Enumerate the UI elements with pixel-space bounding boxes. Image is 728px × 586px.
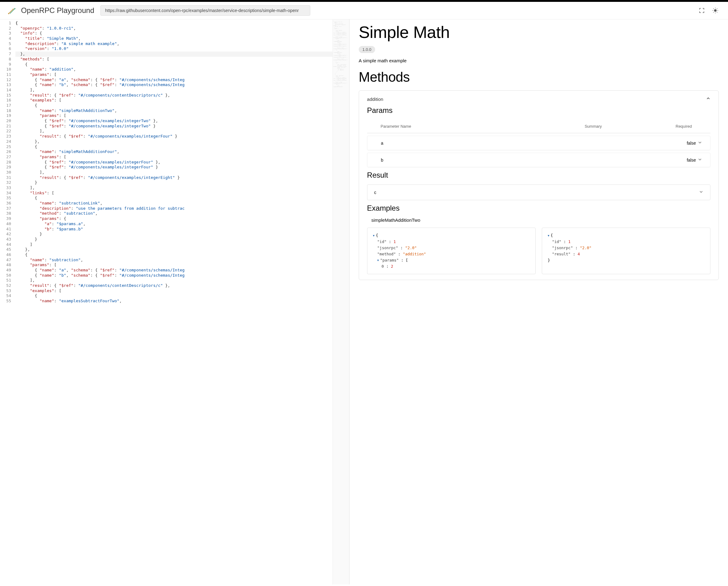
method-card: addition Params Parameter Name Summary R… bbox=[359, 90, 719, 280]
example-request-json: ▼{ "id" : 1 "jsonrpc" : "2.0" "method" :… bbox=[367, 228, 536, 274]
param-name: b bbox=[381, 158, 525, 163]
theme-toggle-icon[interactable] bbox=[712, 7, 719, 14]
example-name: simpleMathAdditionTwo bbox=[371, 217, 710, 223]
result-name: c bbox=[374, 190, 376, 195]
example-response-json: ▼{ "id" : 1 "jsonrpc" : "2.0" "result" :… bbox=[542, 228, 710, 274]
svg-point-2 bbox=[714, 9, 717, 12]
version-chip: 1.0.0 bbox=[359, 46, 375, 53]
logo-icon bbox=[6, 5, 17, 16]
svg-line-10 bbox=[713, 12, 714, 12]
logo-area: OpenRPC Playground bbox=[6, 5, 94, 16]
col-summary: Summary bbox=[522, 124, 664, 129]
svg-line-7 bbox=[713, 9, 714, 9]
header: OpenRPC Playground bbox=[0, 2, 728, 20]
methods-heading: Methods bbox=[359, 70, 719, 85]
fullscreen-icon[interactable] bbox=[698, 7, 705, 14]
method-name: addition bbox=[367, 97, 383, 102]
line-numbers: 1234567891011121314151617181920212223242… bbox=[0, 20, 16, 584]
col-name: Parameter Name bbox=[381, 124, 522, 129]
code-editor[interactable]: 1234567891011121314151617181920212223242… bbox=[0, 20, 350, 584]
result-heading: Result bbox=[367, 171, 710, 180]
examples-heading: Examples bbox=[367, 204, 710, 213]
params-header-row: Parameter Name Summary Required bbox=[367, 120, 710, 133]
minimap[interactable]: { "openrpc": "1.0.0-rc1", "info": { "tit… bbox=[332, 20, 349, 584]
params-heading: Params bbox=[367, 106, 710, 115]
svg-point-0 bbox=[8, 13, 9, 14]
result-box[interactable]: c bbox=[367, 184, 710, 200]
chevron-down-icon bbox=[696, 157, 704, 163]
svg-point-1 bbox=[14, 8, 16, 9]
svg-line-8 bbox=[717, 12, 718, 12]
chevron-down-icon bbox=[696, 140, 704, 145]
chevron-down-icon bbox=[699, 190, 703, 195]
documentation-pane: Simple Math 1.0.0 A simple math example … bbox=[350, 20, 728, 584]
param-required: false bbox=[668, 158, 696, 163]
schema-url-input[interactable] bbox=[100, 5, 310, 16]
col-required: Required bbox=[664, 124, 701, 129]
svg-line-9 bbox=[717, 9, 718, 9]
main-split: 1234567891011121314151617181920212223242… bbox=[0, 20, 728, 584]
doc-title: Simple Math bbox=[359, 23, 719, 42]
param-required: false bbox=[668, 141, 696, 145]
example-json-grid: ▼{ "id" : 1 "jsonrpc" : "2.0" "method" :… bbox=[367, 228, 710, 274]
param-row[interactable]: b false bbox=[367, 153, 710, 167]
brand-title: OpenRPC Playground bbox=[21, 6, 94, 15]
method-header[interactable]: addition bbox=[367, 96, 710, 102]
doc-description: A simple math example bbox=[359, 58, 719, 63]
param-row[interactable]: a false bbox=[367, 136, 710, 150]
params-table: Parameter Name Summary Required a false … bbox=[367, 120, 710, 167]
code-content[interactable]: { "openrpc": "1.0.0-rc1", "info": { "tit… bbox=[16, 20, 349, 584]
chevron-up-icon bbox=[706, 96, 710, 102]
param-name: a bbox=[381, 141, 525, 145]
